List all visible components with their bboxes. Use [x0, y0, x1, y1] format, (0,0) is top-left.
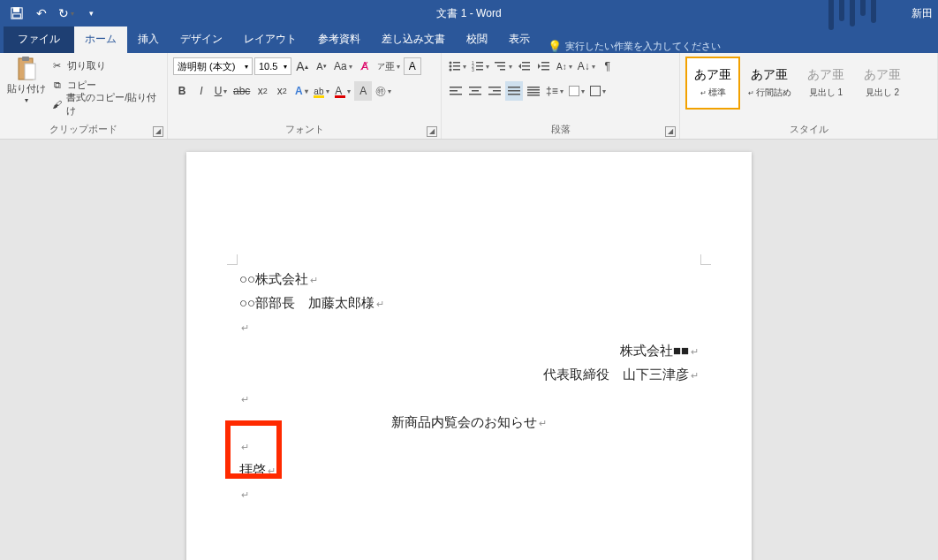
tell-me[interactable]: 💡 実行したい作業を入力してください — [541, 40, 728, 53]
line-spacing-button[interactable]: ‡≡ — [544, 81, 565, 101]
svg-rect-7 — [453, 62, 460, 64]
font-color-button[interactable]: A — [333, 81, 352, 101]
tab-insert[interactable]: 挿入 — [127, 26, 170, 53]
indent-increase-button[interactable] — [535, 57, 553, 76]
underline-button[interactable]: U — [212, 81, 230, 101]
clear-format-button[interactable]: A̸ — [356, 57, 374, 76]
bullets-button[interactable] — [447, 57, 468, 76]
align-justify-button[interactable] — [505, 81, 523, 101]
subscript-button[interactable]: x2 — [253, 81, 271, 101]
bulb-icon: 💡 — [548, 40, 562, 53]
borders-button[interactable] — [588, 81, 608, 101]
account-name[interactable]: 新田 — [912, 6, 938, 21]
svg-rect-32 — [469, 94, 481, 95]
style-normal[interactable]: あア亜 ↵標準 — [685, 57, 740, 110]
outdent-icon — [518, 61, 531, 72]
style-heading1[interactable]: あア亜 見出し 1 — [798, 57, 853, 110]
tab-view[interactable]: 表示 — [498, 26, 541, 53]
svg-text:3: 3 — [472, 67, 474, 72]
redo-icon[interactable]: ↻ — [55, 2, 78, 25]
doc-blank-2[interactable] — [239, 481, 699, 505]
tab-mailings[interactable]: 差し込み文書 — [371, 26, 456, 53]
indent-icon — [538, 61, 550, 72]
bullets-icon — [449, 61, 461, 72]
svg-rect-36 — [508, 87, 520, 88]
doc-title[interactable]: 新商品内覧会のお知らせ — [239, 410, 699, 434]
scissors-icon: ✂ — [51, 60, 64, 72]
sort-button[interactable]: A↓ — [576, 57, 597, 76]
show-marks-button[interactable]: ¶ — [599, 57, 617, 76]
svg-rect-29 — [450, 94, 462, 95]
font-size-select[interactable]: 10.5▾ — [254, 57, 291, 75]
highlight-button[interactable]: ab — [312, 81, 331, 101]
doc-greeting[interactable]: 拝啓 — [239, 458, 699, 481]
tab-layout[interactable]: レイアウト — [233, 26, 307, 53]
tab-home[interactable]: ホーム — [74, 26, 127, 53]
char-shading-button[interactable]: A — [354, 81, 372, 101]
doc-line-1[interactable]: ○○株式会社 — [239, 267, 699, 291]
svg-rect-31 — [472, 90, 479, 92]
svg-rect-26 — [541, 69, 549, 71]
align-right-button[interactable] — [486, 81, 503, 101]
save-icon[interactable] — [5, 2, 28, 25]
indent-decrease-button[interactable] — [516, 57, 533, 76]
tab-design[interactable]: デザイン — [170, 26, 233, 53]
svg-rect-15 — [476, 65, 483, 67]
grow-font-button[interactable]: A▴ — [293, 57, 311, 76]
distribute-button[interactable] — [525, 81, 542, 101]
shading-button[interactable] — [567, 81, 586, 101]
strike-button[interactable]: abc — [231, 81, 252, 101]
paste-button[interactable]: 貼り付け▾ — [5, 57, 48, 105]
text-effects-button[interactable]: A — [292, 81, 310, 101]
svg-rect-37 — [508, 90, 520, 92]
document-area[interactable]: ○○株式会社 ○○部部長 加藤太郎様 株式会社■■ 代表取締役 山下三津彦 新商… — [0, 140, 938, 560]
svg-rect-1 — [14, 8, 19, 11]
phonetic-guide-button[interactable]: ア亜 — [375, 57, 402, 76]
svg-rect-9 — [453, 65, 460, 67]
tab-review[interactable]: 校閲 — [456, 26, 498, 53]
italic-button[interactable]: I — [193, 81, 210, 101]
doc-line-4[interactable]: 株式会社■■ — [239, 338, 699, 362]
qat-customize-icon[interactable]: ▾ — [79, 2, 102, 25]
font-dialog-launcher[interactable]: ◢ — [427, 126, 437, 137]
doc-line-3[interactable] — [239, 314, 699, 338]
tab-references[interactable]: 参考資料 — [307, 26, 371, 53]
doc-blank-1[interactable] — [239, 434, 699, 458]
style-heading2[interactable]: あア亜 見出し 2 — [855, 57, 910, 110]
doc-line-2[interactable]: ○○部部長 加藤太郎様 — [239, 291, 699, 314]
multilevel-button[interactable] — [493, 57, 514, 76]
svg-rect-33 — [488, 87, 501, 88]
align-center-button[interactable] — [466, 81, 484, 101]
page[interactable]: ○○株式会社 ○○部部長 加藤太郎様 株式会社■■ 代表取締役 山下三津彦 新商… — [186, 152, 752, 560]
numbering-button[interactable]: 123 — [470, 57, 491, 76]
svg-point-10 — [450, 69, 452, 72]
svg-rect-23 — [522, 69, 530, 71]
undo-icon[interactable]: ↶ — [30, 2, 53, 25]
doc-line-6[interactable] — [239, 386, 699, 410]
style-nospacing[interactable]: あア亜 ↵行間詰め — [742, 57, 797, 110]
bold-button[interactable]: B — [173, 81, 191, 101]
paragraph-dialog-launcher[interactable]: ◢ — [665, 126, 676, 137]
svg-rect-21 — [522, 62, 530, 64]
text-direction-button[interactable]: A↕ — [555, 57, 574, 76]
shrink-font-button[interactable]: A▾ — [313, 57, 330, 76]
char-border-button[interactable]: A — [404, 57, 421, 75]
clipboard-dialog-launcher[interactable]: ◢ — [153, 126, 163, 137]
format-painter-button[interactable]: 🖌書式のコピー/貼り付け — [51, 95, 162, 113]
doc-line-5[interactable]: 代表取締役 山下三津彦 — [239, 362, 699, 386]
red-highlight-box — [225, 420, 282, 479]
tab-file[interactable]: ファイル — [4, 26, 74, 53]
font-name-select[interactable]: 游明朝 (本文)▾ — [173, 57, 253, 75]
svg-rect-42 — [527, 95, 540, 96]
brush-icon: 🖌 — [51, 99, 63, 110]
clipboard-icon — [14, 57, 39, 81]
group-styles-label: スタイル — [790, 124, 828, 134]
align-left-button[interactable] — [447, 81, 465, 101]
svg-rect-18 — [495, 62, 505, 64]
superscript-button[interactable]: x2 — [273, 81, 291, 101]
change-case-button[interactable]: Aa — [332, 57, 354, 76]
svg-rect-13 — [476, 62, 483, 64]
enclose-char-button[interactable]: ㊕ — [374, 81, 393, 101]
svg-rect-5 — [25, 64, 35, 79]
cut-button[interactable]: ✂切り取り — [51, 57, 162, 74]
